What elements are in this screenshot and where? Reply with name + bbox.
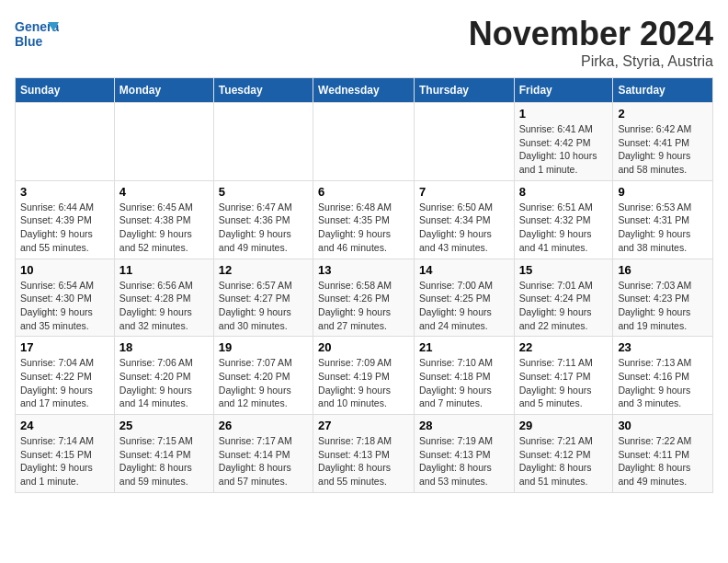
day-number: 1	[519, 107, 609, 121]
day-number: 19	[219, 340, 308, 354]
day-number: 10	[20, 263, 109, 277]
calendar-cell: 25Sunrise: 7:15 AM Sunset: 4:14 PM Dayli…	[114, 415, 213, 493]
day-info: Sunrise: 7:01 AM Sunset: 4:24 PM Dayligh…	[519, 280, 593, 331]
day-info: Sunrise: 6:50 AM Sunset: 4:34 PM Dayligh…	[419, 201, 493, 253]
day-number: 24	[20, 419, 109, 432]
day-info: Sunrise: 6:54 AM Sunset: 4:30 PM Dayligh…	[20, 280, 94, 331]
day-info: Sunrise: 7:15 AM Sunset: 4:14 PM Dayligh…	[119, 435, 193, 487]
calendar-cell: 27Sunrise: 7:18 AM Sunset: 4:13 PM Dayli…	[313, 415, 415, 493]
calendar-week-row: 3Sunrise: 6:44 AM Sunset: 4:39 PM Daylig…	[16, 180, 713, 259]
day-info: Sunrise: 7:17 AM Sunset: 4:14 PM Dayligh…	[219, 435, 292, 487]
day-info: Sunrise: 7:03 AM Sunset: 4:23 PM Dayligh…	[618, 280, 691, 331]
calendar-cell: 18Sunrise: 7:06 AM Sunset: 4:20 PM Dayli…	[114, 337, 213, 415]
calendar-cell: 5Sunrise: 6:47 AM Sunset: 4:36 PM Daylig…	[213, 180, 313, 259]
calendar-cell	[114, 103, 213, 181]
day-number: 27	[318, 419, 409, 432]
calendar-cell: 4Sunrise: 6:45 AM Sunset: 4:38 PM Daylig…	[114, 180, 213, 259]
calendar-cell: 29Sunrise: 7:21 AM Sunset: 4:12 PM Dayli…	[514, 415, 613, 493]
day-number: 13	[318, 263, 409, 277]
calendar-cell: 11Sunrise: 6:56 AM Sunset: 4:28 PM Dayli…	[114, 259, 213, 337]
calendar-cell: 6Sunrise: 6:48 AM Sunset: 4:35 PM Daylig…	[313, 180, 415, 259]
calendar-cell	[16, 103, 115, 181]
calendar-cell: 15Sunrise: 7:01 AM Sunset: 4:24 PM Dayli…	[514, 259, 613, 337]
calendar-header-friday: Friday	[514, 78, 613, 103]
day-info: Sunrise: 6:42 AM Sunset: 4:41 PM Dayligh…	[618, 123, 691, 175]
day-number: 15	[519, 263, 609, 277]
calendar-cell: 9Sunrise: 6:53 AM Sunset: 4:31 PM Daylig…	[613, 180, 713, 259]
day-number: 12	[219, 263, 308, 277]
calendar-cell: 10Sunrise: 6:54 AM Sunset: 4:30 PM Dayli…	[16, 259, 115, 337]
day-number: 11	[119, 263, 209, 277]
svg-text:Blue: Blue	[15, 34, 43, 49]
day-info: Sunrise: 7:22 AM Sunset: 4:11 PM Dayligh…	[618, 435, 691, 487]
day-number: 26	[219, 419, 308, 432]
calendar-header-saturday: Saturday	[613, 78, 713, 103]
calendar-header-wednesday: Wednesday	[313, 78, 415, 103]
calendar-cell: 13Sunrise: 6:58 AM Sunset: 4:26 PM Dayli…	[313, 259, 415, 337]
day-info: Sunrise: 6:41 AM Sunset: 4:42 PM Dayligh…	[519, 123, 597, 175]
logo: General Blue	[15, 15, 63, 52]
day-info: Sunrise: 7:19 AM Sunset: 4:13 PM Dayligh…	[419, 435, 493, 487]
day-number: 16	[618, 263, 708, 277]
day-number: 22	[519, 340, 609, 354]
calendar-cell: 30Sunrise: 7:22 AM Sunset: 4:11 PM Dayli…	[613, 415, 713, 493]
calendar-week-row: 24Sunrise: 7:14 AM Sunset: 4:15 PM Dayli…	[16, 415, 713, 493]
day-number: 5	[219, 185, 308, 199]
logo-icon: General Blue	[15, 15, 59, 52]
day-number: 17	[20, 340, 109, 354]
calendar-header-sunday: Sunday	[16, 78, 115, 103]
day-number: 29	[519, 419, 609, 432]
calendar-cell: 7Sunrise: 6:50 AM Sunset: 4:34 PM Daylig…	[414, 180, 514, 259]
day-info: Sunrise: 6:58 AM Sunset: 4:26 PM Dayligh…	[318, 280, 392, 331]
day-info: Sunrise: 7:13 AM Sunset: 4:16 PM Dayligh…	[618, 357, 691, 408]
day-info: Sunrise: 7:09 AM Sunset: 4:19 PM Dayligh…	[318, 357, 392, 408]
calendar-cell: 12Sunrise: 6:57 AM Sunset: 4:27 PM Dayli…	[213, 259, 313, 337]
day-info: Sunrise: 7:18 AM Sunset: 4:13 PM Dayligh…	[318, 435, 392, 487]
calendar-cell: 23Sunrise: 7:13 AM Sunset: 4:16 PM Dayli…	[613, 337, 713, 415]
calendar-week-row: 17Sunrise: 7:04 AM Sunset: 4:22 PM Dayli…	[16, 337, 713, 415]
calendar-cell: 8Sunrise: 6:51 AM Sunset: 4:32 PM Daylig…	[514, 180, 613, 259]
calendar-header-monday: Monday	[114, 78, 213, 103]
day-info: Sunrise: 7:21 AM Sunset: 4:12 PM Dayligh…	[519, 435, 593, 487]
day-info: Sunrise: 7:11 AM Sunset: 4:17 PM Dayligh…	[519, 357, 593, 408]
day-info: Sunrise: 7:06 AM Sunset: 4:20 PM Dayligh…	[119, 357, 193, 408]
day-info: Sunrise: 7:10 AM Sunset: 4:18 PM Dayligh…	[419, 357, 493, 408]
day-number: 6	[318, 185, 409, 199]
calendar-cell: 2Sunrise: 6:42 AM Sunset: 4:41 PM Daylig…	[613, 103, 713, 181]
calendar-cell: 21Sunrise: 7:10 AM Sunset: 4:18 PM Dayli…	[414, 337, 514, 415]
day-number: 9	[618, 185, 708, 199]
day-number: 7	[419, 185, 509, 199]
calendar-cell: 1Sunrise: 6:41 AM Sunset: 4:42 PM Daylig…	[514, 103, 613, 181]
day-info: Sunrise: 6:45 AM Sunset: 4:38 PM Dayligh…	[119, 201, 193, 253]
day-number: 25	[119, 419, 209, 432]
calendar-cell: 17Sunrise: 7:04 AM Sunset: 4:22 PM Dayli…	[16, 337, 115, 415]
calendar-week-row: 10Sunrise: 6:54 AM Sunset: 4:30 PM Dayli…	[16, 259, 713, 337]
day-number: 3	[20, 185, 109, 199]
day-info: Sunrise: 7:00 AM Sunset: 4:25 PM Dayligh…	[419, 280, 493, 331]
day-number: 30	[618, 419, 708, 432]
day-number: 18	[119, 340, 209, 354]
day-info: Sunrise: 6:48 AM Sunset: 4:35 PM Dayligh…	[318, 201, 392, 253]
day-number: 28	[419, 419, 509, 432]
header: General Blue November 2024 Pirka, Styria…	[15, 15, 713, 70]
calendar-cell: 19Sunrise: 7:07 AM Sunset: 4:20 PM Dayli…	[213, 337, 313, 415]
calendar-cell: 3Sunrise: 6:44 AM Sunset: 4:39 PM Daylig…	[16, 180, 115, 259]
month-title: November 2024	[469, 15, 713, 53]
location-subtitle: Pirka, Styria, Austria	[469, 53, 713, 70]
calendar-cell	[313, 103, 415, 181]
calendar-week-row: 1Sunrise: 6:41 AM Sunset: 4:42 PM Daylig…	[16, 103, 713, 181]
calendar-cell: 16Sunrise: 7:03 AM Sunset: 4:23 PM Dayli…	[613, 259, 713, 337]
calendar-cell: 14Sunrise: 7:00 AM Sunset: 4:25 PM Dayli…	[414, 259, 514, 337]
calendar-cell	[213, 103, 313, 181]
calendar-cell: 26Sunrise: 7:17 AM Sunset: 4:14 PM Dayli…	[213, 415, 313, 493]
calendar-cell: 28Sunrise: 7:19 AM Sunset: 4:13 PM Dayli…	[414, 415, 514, 493]
calendar-cell: 20Sunrise: 7:09 AM Sunset: 4:19 PM Dayli…	[313, 337, 415, 415]
day-number: 4	[119, 185, 209, 199]
day-number: 2	[618, 107, 708, 121]
day-number: 20	[318, 340, 409, 354]
day-info: Sunrise: 6:56 AM Sunset: 4:28 PM Dayligh…	[119, 280, 193, 331]
title-block: November 2024 Pirka, Styria, Austria	[469, 15, 713, 70]
day-info: Sunrise: 6:57 AM Sunset: 4:27 PM Dayligh…	[219, 280, 292, 331]
day-info: Sunrise: 7:04 AM Sunset: 4:22 PM Dayligh…	[20, 357, 94, 408]
calendar-cell: 22Sunrise: 7:11 AM Sunset: 4:17 PM Dayli…	[514, 337, 613, 415]
